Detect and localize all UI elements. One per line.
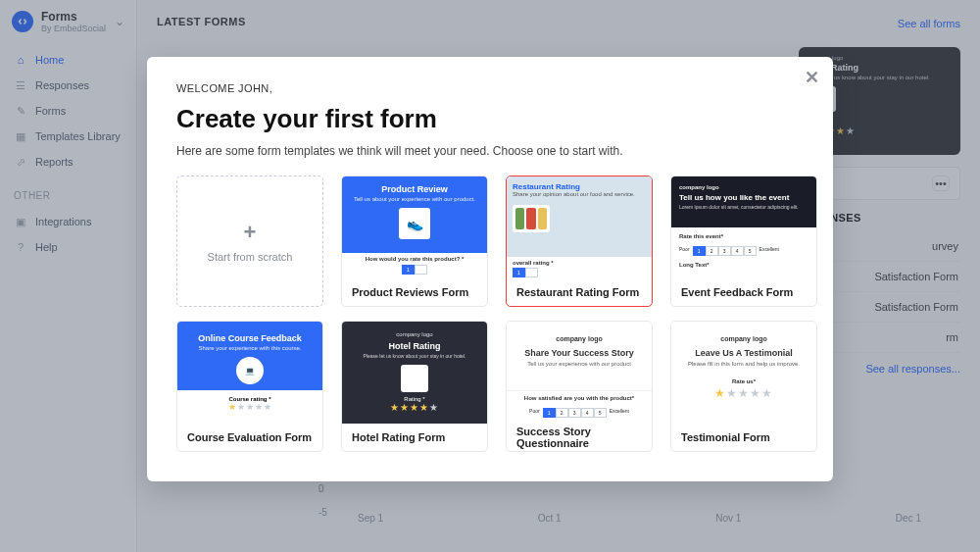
template-card-success-story[interactable]: company logo Share Your Success Story Te… <box>506 321 653 452</box>
card-caption: Restaurant Rating Form <box>507 278 652 306</box>
card-thumbnail: company logo Leave Us A Testimonial Plea… <box>671 322 816 424</box>
scratch-label: Start from scratch <box>208 251 293 263</box>
modal-subhead: Here are some form templates we think wi… <box>176 144 804 158</box>
card-thumbnail: Online Course Feedback Share your experi… <box>177 322 322 424</box>
template-card-course-evaluation[interactable]: Online Course Feedback Share your experi… <box>176 321 323 452</box>
template-card-product-reviews[interactable]: Product Review Tell us about your experi… <box>341 176 488 307</box>
template-card-restaurant-rating[interactable]: Restaurant Rating Share your opinion abo… <box>506 176 653 307</box>
card-caption: Success Story Questionnaire <box>507 424 652 451</box>
welcome-text: WELCOME JOHN, <box>176 82 804 94</box>
plus-icon: + <box>244 220 257 245</box>
onboarding-modal: ✕ WELCOME JOHN, Create your first form H… <box>147 57 833 481</box>
card-thumbnail: Restaurant Rating Share your opinion abo… <box>507 176 652 278</box>
modal-headline: Create your first form <box>176 104 804 134</box>
card-caption: Testimonial Form <box>671 424 816 451</box>
template-grid: + Start from scratch Product Review Tell… <box>176 176 804 452</box>
start-from-scratch-card[interactable]: + Start from scratch <box>176 176 323 307</box>
template-card-hotel-rating[interactable]: company logo Hotel Rating Please let us … <box>341 321 488 452</box>
card-thumbnail: company logo Share Your Success Story Te… <box>507 322 652 424</box>
card-caption: Course Evaluation Form <box>177 424 322 451</box>
modal-overlay: ✕ WELCOME JOHN, Create your first form H… <box>0 0 980 552</box>
card-caption: Product Reviews Form <box>342 278 487 306</box>
template-card-testimonial[interactable]: company logo Leave Us A Testimonial Plea… <box>670 321 817 452</box>
close-icon[interactable]: ✕ <box>805 67 819 88</box>
card-thumbnail: company logo Hotel Rating Please let us … <box>342 322 487 424</box>
template-card-event-feedback[interactable]: company logo Tell us how you like the ev… <box>670 176 817 307</box>
card-caption: Hotel Rating Form <box>342 424 487 451</box>
card-caption: Event Feedback Form <box>671 278 816 306</box>
card-thumbnail: company logo Tell us how you like the ev… <box>671 176 816 278</box>
card-thumbnail: Product Review Tell us about your experi… <box>342 176 487 278</box>
